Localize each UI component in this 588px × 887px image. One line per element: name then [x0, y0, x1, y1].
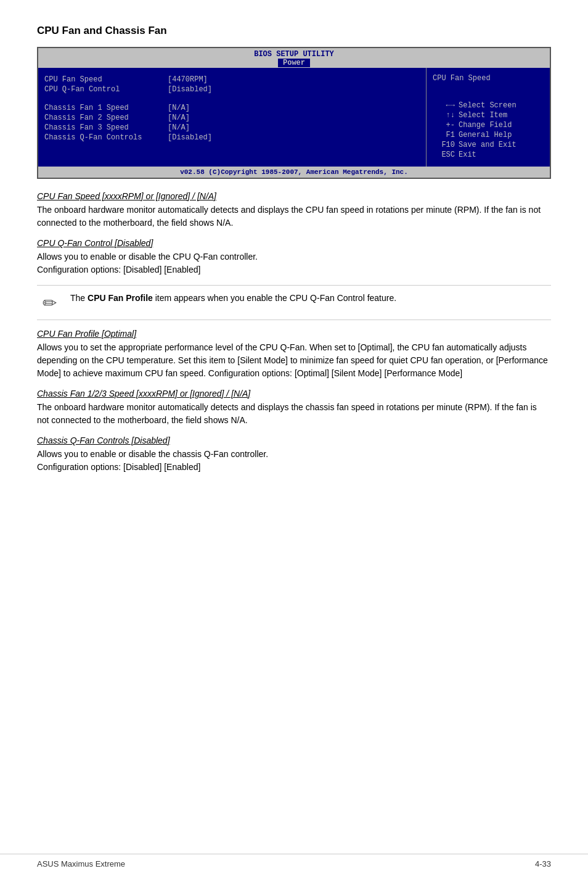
bios-chassis-fan3-row: Chassis Fan 3 Speed [N/A] [44, 123, 420, 132]
bios-help-row-0: ←→ Select Screen [433, 101, 544, 110]
bios-help-key-4: F10 [433, 141, 455, 149]
bios-right-title: CPU Fan Speed [433, 74, 544, 83]
bios-cpu-fan-speed-label: CPU Fan Speed [44, 75, 168, 84]
bios-help-row-2: +- Change Field [433, 121, 544, 130]
section-cpu-fan-speed: CPU Fan Speed [xxxxRPM] or [Ignored] / [… [37, 191, 551, 229]
bios-chassis-fan1-row: Chassis Fan 1 Speed [N/A] [44, 104, 420, 112]
bios-chassis-qfan-value: [Disabled] [168, 133, 212, 142]
bios-title: BIOS SETUP UTILITY [254, 50, 334, 59]
bios-help-desc-0: Select Screen [459, 101, 517, 110]
bios-help-desc-3: General Help [459, 131, 512, 139]
note-box: ✏ The CPU Fan Profile item appears when … [37, 285, 551, 320]
bios-chassis-qfan-label: Chassis Q-Fan Controls [44, 133, 168, 142]
bios-left-panel: CPU Fan Speed [4470RPM] CPU Q-Fan Contro… [38, 68, 427, 167]
bios-footer: v02.58 (C)Copyright 1985-2007, American … [38, 167, 550, 178]
page-title: CPU Fan and Chassis Fan [37, 25, 551, 37]
bios-help-row-5: ESC Exit [433, 151, 544, 159]
section-chassis-fan-speed: Chassis Fan 1/2/3 Speed [xxxxRPM] or [Ig… [37, 389, 551, 427]
section-chassis-qfan-text: Allows you to enable or disable the chas… [37, 448, 551, 474]
bios-help-desc-2: Change Field [459, 121, 512, 130]
bios-help-section: ←→ Select Screen ↑↓ Select Item +- Chang… [433, 101, 544, 159]
note-text: The CPU Fan Profile item appears when yo… [70, 292, 396, 305]
section-cpu-qfan-text: Allows you to enable or disable the CPU … [37, 250, 551, 276]
section-cpu-fan-speed-heading: CPU Fan Speed [xxxxRPM] or [Ignored] / [… [37, 191, 551, 201]
bios-right-panel: CPU Fan Speed ←→ Select Screen ↑↓ Select… [427, 68, 550, 167]
bios-screen: BIOS SETUP UTILITY Power CPU Fan Speed [… [37, 47, 551, 179]
bios-help-desc-4: Save and Exit [459, 141, 517, 149]
bios-help-key-0: ←→ [433, 101, 455, 110]
bios-help-row-1: ↑↓ Select Item [433, 111, 544, 120]
bios-help-row-3: F1 General Help [433, 131, 544, 139]
section-cpu-qfan-heading: CPU Q-Fan Control [Disabled] [37, 238, 551, 248]
page-footer: ASUS Maximus Extreme 4-33 [0, 854, 588, 868]
bios-cpu-qfan-label: CPU Q-Fan Control [44, 85, 168, 94]
section-chassis-fan-speed-text: The onboard hardware monitor automatical… [37, 401, 551, 427]
note-bold: CPU Fan Profile [88, 293, 153, 303]
section-cpu-fan-profile: CPU Fan Profile [Optimal] Allows you to … [37, 329, 551, 380]
bios-cpu-fan-speed-row: CPU Fan Speed [4470RPM] [44, 75, 420, 84]
bios-help-desc-5: Exit [459, 151, 476, 159]
bios-help-key-1: ↑↓ [433, 111, 455, 120]
pencil-icon: ✏ [37, 293, 62, 313]
bios-help-key-3: F1 [433, 131, 455, 139]
footer-right: 4-33 [535, 859, 551, 868]
section-cpu-fan-profile-heading: CPU Fan Profile [Optimal] [37, 329, 551, 339]
bios-chassis-fan3-label: Chassis Fan 3 Speed [44, 123, 168, 132]
bios-chassis-fan2-label: Chassis Fan 2 Speed [44, 113, 168, 122]
bios-chassis-fan1-label: Chassis Fan 1 Speed [44, 104, 168, 112]
bios-chassis-fan1-value: [N/A] [168, 104, 190, 112]
bios-chassis-fan3-value: [N/A] [168, 123, 190, 132]
section-chassis-fan-speed-heading: Chassis Fan 1/2/3 Speed [xxxxRPM] or [Ig… [37, 389, 551, 398]
bios-help-desc-1: Select Item [459, 111, 507, 120]
bios-cpu-fan-speed-value: [4470RPM] [168, 75, 208, 84]
bios-help-key-5: ESC [433, 151, 455, 159]
bios-help-key-2: +- [433, 121, 455, 130]
bios-body: CPU Fan Speed [4470RPM] CPU Q-Fan Contro… [38, 68, 550, 167]
section-cpu-fan-speed-text: The onboard hardware monitor automatical… [37, 204, 551, 229]
section-chassis-qfan-heading: Chassis Q-Fan Controls [Disabled] [37, 435, 551, 445]
bios-chassis-qfan-row: Chassis Q-Fan Controls [Disabled] [44, 133, 420, 142]
section-cpu-fan-profile-text: Allows you to set the appropriate perfor… [37, 341, 551, 380]
bios-cpu-qfan-value: [Disabled] [168, 85, 212, 94]
bios-header: BIOS SETUP UTILITY Power [38, 48, 550, 68]
bios-cpu-qfan-row: CPU Q-Fan Control [Disabled] [44, 85, 420, 94]
bios-help-row-4: F10 Save and Exit [433, 141, 544, 149]
section-cpu-qfan: CPU Q-Fan Control [Disabled] Allows you … [37, 238, 551, 276]
bios-chassis-fan2-row: Chassis Fan 2 Speed [N/A] [44, 113, 420, 122]
bios-active-tab: Power [278, 59, 310, 67]
note-suffix: item appears when you enable the CPU Q-F… [153, 293, 396, 303]
footer-left: ASUS Maximus Extreme [37, 859, 125, 868]
section-chassis-qfan: Chassis Q-Fan Controls [Disabled] Allows… [37, 435, 551, 474]
bios-chassis-fan2-value: [N/A] [168, 113, 190, 122]
